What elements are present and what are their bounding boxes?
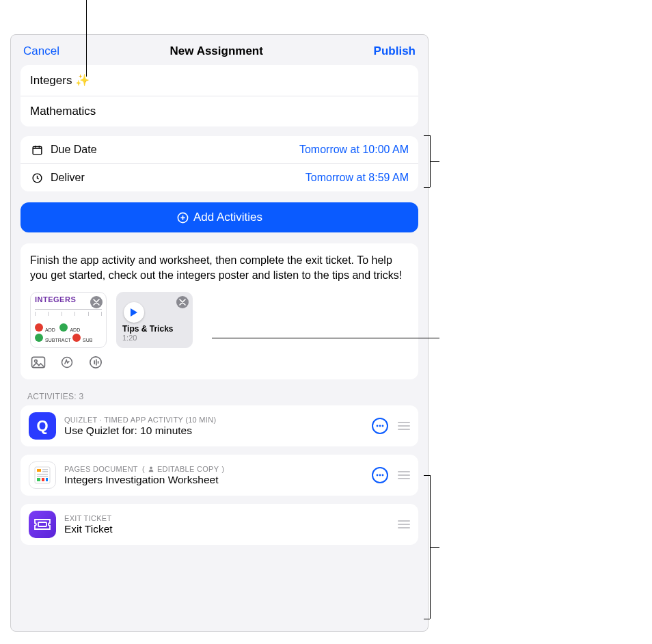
activity-card-1: PAGES DOCUMENT ( EDITABLE COPY) Integers… xyxy=(21,455,418,496)
activity-more-icon[interactable] xyxy=(372,467,388,483)
publish-button[interactable]: Publish xyxy=(374,44,416,58)
svg-rect-16 xyxy=(37,478,40,481)
svg-point-22 xyxy=(382,474,384,477)
svg-point-7 xyxy=(377,425,379,427)
exit-ticket-icon xyxy=(29,511,56,538)
reorder-handle-icon[interactable] xyxy=(398,471,410,479)
svg-point-20 xyxy=(377,474,379,477)
play-icon[interactable] xyxy=(124,302,144,323)
plus-circle-icon xyxy=(176,211,189,224)
callout-line xyxy=(212,338,439,338)
activity-meta: EXIT TICKET xyxy=(64,514,112,522)
activity-row[interactable]: PAGES DOCUMENT ( EDITABLE COPY) Integers… xyxy=(21,455,418,496)
sheet-header: Cancel New Assignment Publish xyxy=(11,35,428,65)
poster-title: INTEGERS xyxy=(35,295,76,304)
svg-rect-23 xyxy=(38,522,46,526)
activity-meta: QUIZLET · TIMED APP ACTIVITY (10 MIN) xyxy=(64,416,216,424)
add-activities-label: Add Activities xyxy=(193,211,262,224)
activity-row[interactable]: EXIT TICKET Exit Ticket xyxy=(21,504,418,545)
callout-line xyxy=(430,161,439,162)
activity-meta: PAGES DOCUMENT xyxy=(64,465,138,473)
instructions-card: Finish the app activity and worksheet, t… xyxy=(21,243,418,379)
svg-point-21 xyxy=(379,474,381,477)
remove-attachment-icon[interactable] xyxy=(176,296,189,308)
svg-rect-11 xyxy=(37,469,41,472)
svg-rect-0 xyxy=(33,146,42,154)
activity-title: Use Quizlet for: 10 minutes xyxy=(64,425,364,437)
media-toolbar xyxy=(21,348,418,379)
callout-bracket xyxy=(424,475,430,476)
activity-title: Exit Ticket xyxy=(64,523,390,535)
activity-more-icon[interactable] xyxy=(372,418,388,434)
svg-point-4 xyxy=(35,360,38,363)
svg-rect-12 xyxy=(42,469,48,470)
add-activities-button[interactable]: Add Activities xyxy=(21,202,418,232)
deliver-label: Deliver xyxy=(51,172,85,184)
deliver-value[interactable]: Tomorrow at 8:59 AM xyxy=(305,172,409,184)
activity-card-0: Q QUIZLET · TIMED APP ACTIVITY (10 MIN) … xyxy=(21,405,418,446)
sheet-title: New Assignment xyxy=(170,44,263,58)
due-date-value[interactable]: Tomorrow at 10:00 AM xyxy=(299,144,409,156)
activity-card-2: EXIT TICKET Exit Ticket xyxy=(21,504,418,545)
calendar-icon xyxy=(30,143,44,157)
class-field[interactable]: Mathematics xyxy=(21,96,418,126)
attachment-poster[interactable]: INTEGERS ADD ADD SUBTRACT SUB xyxy=(30,292,107,348)
activity-title: Integers Investigation Worksheet xyxy=(64,474,364,486)
insert-audio-icon[interactable] xyxy=(87,355,104,370)
schedule-card: Due Date Tomorrow at 10:00 AM Deliver To… xyxy=(21,136,418,191)
svg-point-8 xyxy=(379,425,381,427)
reorder-handle-icon[interactable] xyxy=(398,520,410,528)
audio-title: Tips & Tricks xyxy=(122,324,187,334)
clock-icon xyxy=(30,171,44,185)
assignment-title-field[interactable]: Integers ✨ xyxy=(21,65,418,96)
editable-copy-badge: ( EDITABLE COPY) xyxy=(142,465,224,473)
callout-line xyxy=(86,0,87,77)
svg-point-19 xyxy=(150,466,152,469)
insert-photo-icon[interactable] xyxy=(30,355,46,370)
activity-row[interactable]: Q QUIZLET · TIMED APP ACTIVITY (10 MIN) … xyxy=(21,405,418,446)
svg-rect-14 xyxy=(37,474,48,475)
svg-rect-17 xyxy=(42,478,44,481)
svg-point-9 xyxy=(382,425,384,427)
activities-section-label: ACTIVITIES: 3 xyxy=(27,392,411,401)
callout-bracket xyxy=(424,619,430,619)
callout-line xyxy=(430,547,439,548)
due-date-label: Due Date xyxy=(51,144,97,156)
deliver-row[interactable]: Deliver Tomorrow at 8:59 AM xyxy=(21,164,418,191)
pages-document-icon xyxy=(29,461,56,489)
audio-duration: 1:20 xyxy=(122,334,187,342)
svg-point-6 xyxy=(90,357,101,368)
cancel-button[interactable]: Cancel xyxy=(23,44,59,58)
remove-attachment-icon[interactable] xyxy=(90,296,103,308)
due-date-row[interactable]: Due Date Tomorrow at 10:00 AM xyxy=(21,136,418,164)
svg-rect-13 xyxy=(42,471,48,472)
insert-drawing-icon[interactable] xyxy=(59,355,75,370)
callout-bracket xyxy=(424,187,430,188)
attachment-audio[interactable]: Tips & Tricks 1:20 xyxy=(116,292,193,348)
title-class-card: Integers ✨ Mathematics xyxy=(21,65,418,126)
svg-rect-15 xyxy=(37,476,48,477)
callout-bracket xyxy=(424,135,430,136)
instructions-text[interactable]: Finish the app activity and worksheet, t… xyxy=(21,243,418,282)
reorder-handle-icon[interactable] xyxy=(398,422,410,430)
svg-rect-18 xyxy=(46,478,48,481)
new-assignment-sheet: Cancel New Assignment Publish Integers ✨… xyxy=(10,34,429,632)
quizlet-icon: Q xyxy=(29,412,56,440)
